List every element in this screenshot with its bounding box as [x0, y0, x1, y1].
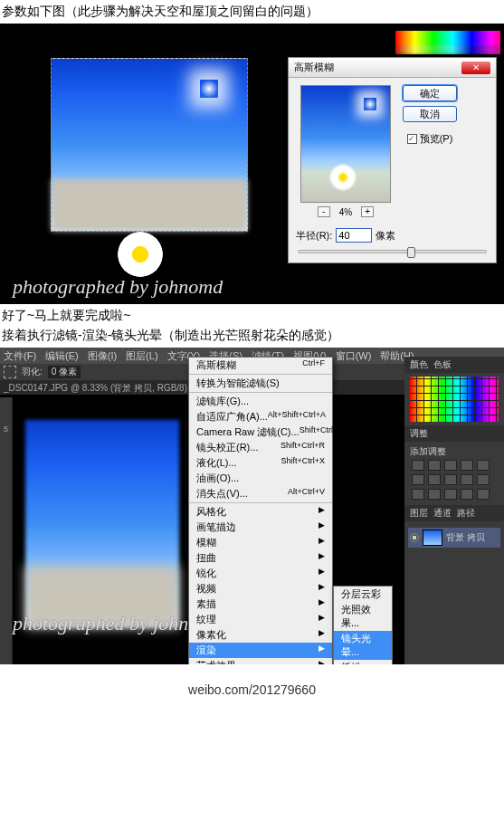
curves-icon[interactable]	[444, 460, 457, 471]
ruler-vertical: 5	[0, 397, 13, 664]
filter-menu-item[interactable]: 锐化▶	[189, 566, 332, 581]
threshold-icon[interactable]	[444, 489, 457, 500]
radius-unit: 像素	[376, 229, 395, 243]
photo-filter-icon[interactable]	[444, 474, 457, 485]
cancel-button[interactable]: 取消	[403, 106, 457, 122]
add-adjustment-label: 添加调整	[410, 445, 499, 458]
adjustment-icons-3[interactable]	[410, 487, 499, 501]
filter-menu-item[interactable]: 纹理▶	[189, 612, 332, 627]
menu-item[interactable]: 编辑(E)	[45, 349, 79, 363]
preview-flower	[329, 164, 357, 191]
radius-slider[interactable]	[298, 250, 487, 253]
tab-paths[interactable]: 路径	[457, 507, 475, 520]
tab-color[interactable]: 颜色	[410, 358, 428, 371]
filter-menu-item[interactable]: 转换为智能滤镜(S)	[189, 374, 332, 391]
render-submenu-item[interactable]: 镜头光晕...	[334, 631, 392, 660]
filter-menu-item[interactable]: 风格化▶	[189, 502, 332, 520]
filter-menu-item[interactable]: 液化(L)...Shift+Ctrl+X	[189, 455, 332, 471]
filter-menu-item[interactable]: 视频▶	[189, 581, 332, 596]
slider-thumb[interactable]	[407, 247, 415, 258]
filter-menu-item[interactable]: 像素化▶	[189, 627, 332, 643]
channel-mixer-icon[interactable]	[461, 474, 473, 485]
marquee-icon[interactable]	[4, 366, 16, 378]
caption-done: 好了~马上就要完成啦~	[0, 304, 504, 328]
selective-color-icon[interactable]	[477, 489, 490, 500]
zoom-percent: 4%	[339, 207, 352, 217]
filter-menu-item[interactable]: 油画(O)...	[189, 471, 332, 486]
gradient-map-icon[interactable]	[461, 489, 473, 500]
posterize-icon[interactable]	[428, 489, 441, 500]
tab-channels[interactable]: 通道	[433, 507, 452, 520]
menu-item[interactable]: 图层(L)	[126, 349, 157, 363]
menu-item[interactable]: 图像(I)	[88, 349, 117, 363]
canvas-selection	[51, 58, 248, 232]
tab-adjustments[interactable]: 调整	[410, 427, 428, 440]
levels-icon[interactable]	[428, 460, 441, 471]
preview-checkbox[interactable]: ✓	[407, 134, 417, 144]
filter-menu-dropdown[interactable]: 高斯模糊Ctrl+F转换为智能滤镜(S)滤镜库(G)...自适应广角(A)...…	[188, 357, 333, 664]
filter-menu-item[interactable]: 滤镜库(G)...	[189, 392, 332, 409]
tab-swatches[interactable]: 色板	[433, 358, 452, 371]
render-submenu[interactable]: 分层云彩光照效果...镜头光晕...纤维...	[333, 586, 393, 664]
gaussian-blur-dialog: 高斯模糊 ✕ - 4% + 确定 取消 ✓ 预览(P)	[288, 57, 497, 263]
adjustment-icons[interactable]	[410, 458, 499, 472]
tab-layers[interactable]: 图层	[410, 507, 428, 520]
dialog-preview[interactable]	[300, 85, 391, 203]
filter-menu-item[interactable]: 镜头校正(R)...Shift+Ctrl+R	[189, 440, 332, 455]
filter-menu-item[interactable]: 渲染▶	[189, 643, 332, 658]
lut-icon[interactable]	[477, 474, 490, 485]
canvas-image	[25, 420, 179, 628]
filter-menu-item[interactable]: Camera Raw 滤镜(C)...Shift+Ctrl+A	[189, 425, 332, 440]
layer-row[interactable]: 背景 拷贝	[408, 528, 500, 548]
filter-menu-item[interactable]: 自适应广角(A)...Alt+Shift+Ctrl+A	[189, 409, 332, 425]
caption-step: 参数如下图（此步骤为解决天空和屋顶之间留白的问题）	[0, 0, 504, 24]
feather-label: 羽化:	[22, 366, 43, 378]
hue-icon[interactable]	[412, 474, 424, 485]
filter-menu-item[interactable]: 模糊▶	[189, 535, 332, 550]
preview-label: 预览(P)	[420, 132, 453, 146]
swatches-grid[interactable]	[410, 377, 499, 422]
ok-button[interactable]: 确定	[403, 85, 457, 101]
layer-name[interactable]: 背景 拷贝	[446, 531, 485, 544]
filter-menu-item[interactable]: 高斯模糊Ctrl+F	[189, 358, 332, 373]
building-blur	[52, 179, 247, 231]
right-panels: 颜色 色板 调整 添加调整	[404, 357, 504, 664]
brightness-icon[interactable]	[412, 460, 424, 471]
visibility-icon[interactable]	[410, 533, 419, 542]
bw-icon[interactable]	[428, 474, 441, 485]
zoom-out-button[interactable]: -	[318, 206, 330, 217]
layers-panel-tabs[interactable]: 图层 通道 路径	[404, 505, 504, 521]
filter-menu-item[interactable]: 消失点(V)...Alt+Ctrl+V	[189, 486, 332, 501]
tab-label: _DSC0147.JPG @ 8.33% (背景 拷贝, RGB/8) ×	[4, 383, 195, 393]
render-submenu-item[interactable]: 分层云彩	[334, 587, 392, 602]
flower	[118, 232, 163, 277]
radius-input[interactable]	[336, 228, 372, 243]
filter-menu-item[interactable]: 画笔描边▶	[189, 520, 332, 535]
adjustment-icons-2[interactable]	[410, 472, 499, 487]
dialog-title-text: 高斯模糊	[294, 61, 334, 74]
vibrance-icon[interactable]	[477, 460, 490, 471]
color-panel-tabs[interactable]: 颜色 色板	[404, 357, 504, 373]
watermark: photographed by johnomd	[13, 275, 223, 299]
caption-lensflare: 接着执行滤镜-渲染-镜头光晕（制造出光芒照射花朵的感觉）	[0, 328, 504, 348]
ruler-tick: 5	[0, 397, 12, 434]
render-submenu-item[interactable]: 光照效果...	[334, 602, 392, 631]
swatches-strip-2	[395, 45, 500, 54]
exposure-icon[interactable]	[461, 460, 473, 471]
menu-item[interactable]: 文件(F)	[4, 349, 36, 363]
filter-menu-item[interactable]: 扭曲▶	[189, 550, 332, 566]
menu-item[interactable]: 窗口(W)	[336, 349, 372, 363]
screenshot-filter-menu: 文件(F)编辑(E)图像(I)图层(L)文字(Y)选择(S)滤镜(T)视图(V)…	[0, 348, 504, 664]
close-icon[interactable]: ✕	[461, 62, 490, 74]
screenshot-gaussian: photographed by johnomd 高斯模糊 ✕ - 4% + 确定…	[0, 24, 504, 304]
filter-menu-item[interactable]: 艺术效果▶	[189, 658, 332, 664]
dialog-titlebar[interactable]: 高斯模糊 ✕	[289, 58, 496, 78]
radius-label: 半径(R):	[296, 229, 332, 243]
layer-thumbnail[interactable]	[423, 529, 442, 546]
zoom-in-button[interactable]: +	[361, 206, 374, 217]
filter-menu-item[interactable]: 素描▶	[189, 596, 332, 612]
feather-value[interactable]: 0 像素	[48, 366, 81, 378]
adjust-panel-tab[interactable]: 调整	[404, 425, 504, 442]
render-submenu-item[interactable]: 纤维...	[334, 660, 392, 664]
invert-icon[interactable]	[412, 489, 424, 500]
